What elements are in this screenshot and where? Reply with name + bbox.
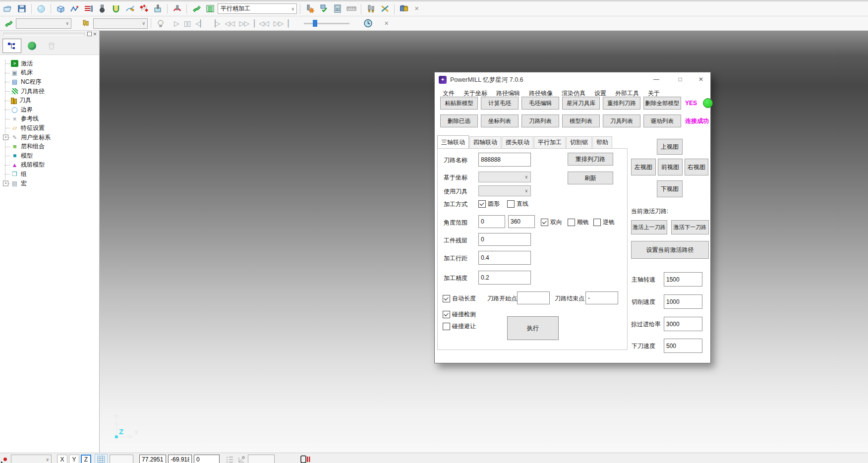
plunge-feed-input[interactable]: [664, 339, 702, 353]
slider-handle[interactable]: [313, 20, 317, 27]
sim-toolpath-combobox[interactable]: ∨: [16, 18, 71, 29]
tab-saw[interactable]: 切割锯: [566, 136, 592, 148]
delete-all-models-button[interactable]: 删除全部模型: [643, 97, 681, 110]
z-axis-button[interactable]: Z: [81, 455, 91, 463]
view-bottom-button[interactable]: 下视图: [657, 180, 683, 197]
toolpath-ok-icon[interactable]: [317, 3, 330, 15]
tab-help[interactable]: 帮助: [592, 136, 612, 148]
collision-check-checkbox[interactable]: 碰撞检测: [443, 310, 476, 319]
activate-prev-toolpath-button[interactable]: 激活上一刀路: [631, 220, 667, 234]
conventional-mill-checkbox[interactable]: 逆铣: [593, 218, 615, 227]
tree-item-machine-tools[interactable]: 机床: [0, 68, 99, 78]
toolpath-name-input[interactable]: [478, 153, 531, 167]
shaded-view-icon[interactable]: [35, 3, 48, 15]
tree-item-tools[interactable]: 刀具: [0, 96, 99, 105]
simulation-speed-slider[interactable]: [304, 19, 349, 27]
minimize-button[interactable]: —: [652, 76, 661, 83]
statusbar-field-2[interactable]: [248, 455, 275, 463]
tree-item-activate[interactable]: 激活: [0, 59, 99, 68]
tree-item-patterns[interactable]: 参考线: [0, 115, 99, 124]
calc-block-button[interactable]: 计算毛坯: [481, 97, 519, 110]
execute-button[interactable]: 执行: [507, 316, 559, 340]
open-project-icon[interactable]: [1, 3, 14, 15]
pattern-points-icon[interactable]: [137, 3, 150, 15]
x-axis-button[interactable]: X: [57, 455, 67, 463]
sim-tool-icon[interactable]: [79, 17, 92, 29]
coordinate-y-input[interactable]: [168, 455, 192, 463]
panel-grip[interactable]: ✕: [0, 31, 99, 37]
angle-from-input[interactable]: [478, 215, 505, 228]
transform-arrows-icon[interactable]: [378, 3, 391, 15]
rearrange-toolpaths-button[interactable]: 重排列刀路: [603, 97, 640, 110]
set-active-path-button[interactable]: 设置当前激活路径: [631, 241, 709, 259]
tree-item-groups[interactable]: 组: [0, 170, 99, 179]
graphics-viewport[interactable]: Y X Z PowerMILL 忆梦星河 7.0.6 — □ ✕ 文件 关于坐标…: [100, 31, 868, 453]
circle-mode-checkbox[interactable]: 圆形: [478, 200, 500, 208]
dialog-titlebar[interactable]: PowerMILL 忆梦星河 7.0.6 — □ ✕: [435, 72, 710, 87]
zlevel-icon[interactable]: [82, 3, 95, 15]
collision-check-icon[interactable]: [110, 3, 122, 15]
tab-3axis[interactable]: 三轴联动: [437, 135, 469, 148]
line-mode-checkbox[interactable]: 直线: [507, 200, 528, 208]
view-front-button[interactable]: 前视图: [658, 159, 683, 175]
compare-models-icon[interactable]: [398, 3, 410, 15]
rearrange-toolpaths-button-2[interactable]: 重排列刀路: [568, 153, 613, 166]
save-project-icon[interactable]: [15, 3, 28, 15]
tree-item-toolpaths[interactable]: 刀具路径: [0, 87, 99, 96]
measure-ruler-icon[interactable]: [345, 3, 358, 15]
toolbar2-close-icon[interactable]: ✕: [381, 20, 392, 27]
refresh-button[interactable]: 刷新: [568, 172, 613, 184]
view-top-button[interactable]: 上视图: [657, 139, 683, 155]
simulate-arc-icon[interactable]: [171, 3, 183, 15]
maximize-button[interactable]: □: [676, 76, 685, 83]
tree-item-nc-programs[interactable]: NC程序: [0, 77, 99, 87]
activate-next-toolpath-button[interactable]: 激活下一刀路: [671, 220, 709, 234]
stock-allowance-input[interactable]: [478, 233, 531, 246]
auto-length-checkbox[interactable]: 自动长度: [443, 294, 476, 303]
spindle-speed-input[interactable]: [664, 272, 702, 287]
coordinate-x-input[interactable]: [139, 455, 166, 463]
tree-item-feature-sets[interactable]: 特征设置: [0, 123, 99, 133]
panel-close-icon[interactable]: ✕: [92, 31, 98, 37]
tree-item-boundaries[interactable]: 边界: [0, 105, 99, 115]
toolpath-list-button[interactable]: 刀路列表: [521, 115, 559, 127]
tool-list-button[interactable]: 刀具列表: [603, 115, 640, 127]
panel-restore-icon[interactable]: [87, 31, 92, 37]
tree-item-stock-models[interactable]: 残留模型: [0, 161, 99, 170]
toolpath-strategy-icon[interactable]: [68, 3, 81, 15]
paste-new-model-button[interactable]: 粘贴新模型: [440, 97, 478, 110]
tab-parallel[interactable]: 平行加工: [534, 136, 566, 148]
strategy-combobox[interactable]: 平行精加工 ∨: [218, 3, 297, 14]
collision-avoid-checkbox[interactable]: 碰撞避让: [443, 322, 476, 331]
delete-selected-button[interactable]: 删除已选: [440, 115, 478, 127]
strategy-list-icon[interactable]: [204, 3, 217, 15]
curve-editor-icon[interactable]: [123, 3, 136, 15]
expand-plus-icon[interactable]: [3, 181, 8, 186]
ball-tool-icon[interactable]: [96, 3, 109, 15]
drive-list-button[interactable]: 驱动列表: [643, 115, 681, 127]
clock-icon[interactable]: [361, 17, 374, 29]
use-tool-combobox[interactable]: ∨: [478, 185, 531, 196]
tolerance-input[interactable]: [478, 271, 531, 285]
expand-plus-icon[interactable]: [3, 135, 8, 140]
block-edit-button[interactable]: 毛坯编辑: [521, 97, 559, 110]
play-icon[interactable]: ▷: [172, 19, 181, 27]
block-icon[interactable]: [54, 3, 67, 15]
go-start-icon[interactable]: ▏◁◁: [252, 19, 270, 27]
coord-list-button[interactable]: 坐标列表: [481, 115, 519, 127]
tab-swivel-head[interactable]: 摆头联动: [502, 136, 533, 148]
step-forward-icon[interactable]: ▕▷: [208, 19, 222, 27]
tree-item-macros[interactable]: 宏: [0, 179, 99, 188]
y-axis-button[interactable]: Y: [69, 455, 79, 463]
calculator-icon[interactable]: [331, 3, 344, 15]
lightbulb-icon[interactable]: [154, 17, 167, 29]
statusbar-combobox[interactable]: ∨: [11, 455, 52, 463]
sim-tool-combobox[interactable]: ∨: [93, 18, 148, 29]
tab-explorer-tree[interactable]: [2, 39, 21, 53]
tab-4axis[interactable]: 四轴联动: [469, 136, 501, 148]
tree-item-models[interactable]: 模型: [0, 151, 99, 161]
tool-pair-icon[interactable]: [364, 3, 377, 15]
grid-snap-button[interactable]: [95, 454, 108, 463]
close-button[interactable]: ✕: [696, 76, 705, 83]
view-left-button[interactable]: 左视图: [631, 159, 656, 175]
